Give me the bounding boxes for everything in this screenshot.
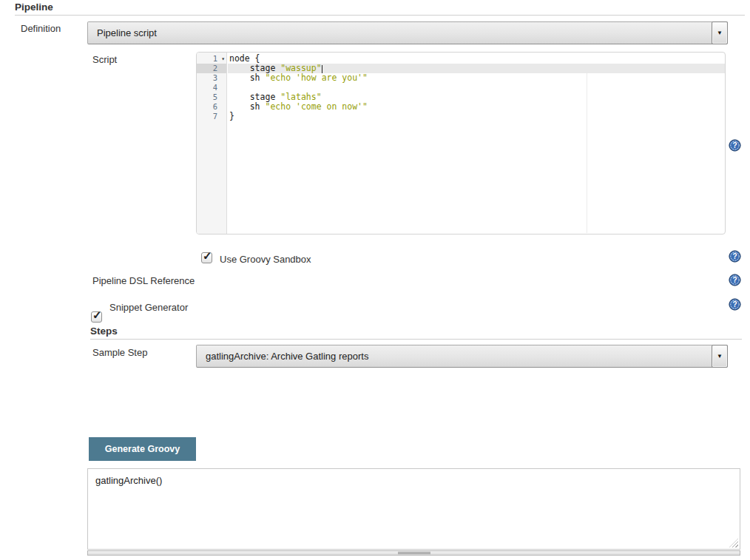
sample-step-label: Sample Step [92, 347, 147, 358]
section-divider [15, 15, 745, 16]
use-groovy-sandbox-checkbox[interactable]: ✓ [201, 252, 212, 263]
help-icon[interactable]: ? [729, 139, 741, 152]
generated-groovy-text: gatlingArchive() [95, 475, 162, 486]
code-string-token: "wassup" [280, 63, 321, 73]
script-label: Script [92, 54, 117, 65]
sample-step-select-arrow-button[interactable]: ▼ [712, 345, 728, 368]
definition-select-value: Pipeline script [88, 22, 727, 44]
editor-gutter: 1▾234567 [197, 53, 227, 234]
script-code-editor[interactable]: 1▾234567 node { stage "wassup" sh "echo … [196, 52, 726, 235]
code-token: sh [229, 101, 265, 112]
section-divider [90, 339, 742, 340]
fold-arrow-icon[interactable]: ▾ [221, 54, 225, 64]
svg-text:?: ? [732, 300, 737, 308]
line-number: 1▾ [197, 54, 226, 64]
code-string-token: "latahs" [280, 92, 321, 102]
code-line[interactable]: sh "echo 'come on now'" [228, 102, 725, 112]
check-icon: ✓ [92, 308, 102, 322]
generate-groovy-button[interactable]: Generate Groovy [89, 437, 196, 461]
help-icon[interactable]: ? [729, 298, 741, 311]
line-number: 3 [197, 73, 226, 83]
help-icon[interactable]: ? [729, 274, 741, 286]
definition-select-arrow-button[interactable]: ▼ [712, 21, 728, 44]
drag-handle-grip-icon [398, 552, 430, 554]
textarea-resize-grip[interactable] [729, 539, 738, 547]
code-string-token: "echo 'how are you'" [265, 72, 367, 83]
pipeline-section-title: Pipeline [15, 1, 53, 13]
svg-text:?: ? [732, 276, 737, 284]
check-icon: ✓ [203, 249, 212, 263]
line-number: 6 [197, 102, 226, 112]
code-string-token: "echo 'come on now'" [265, 101, 367, 112]
svg-text:?: ? [732, 141, 737, 149]
code-token: sh [229, 72, 265, 83]
line-number: 2 [197, 64, 226, 73]
snippet-generator-label: Snippet Generator [109, 302, 188, 313]
line-number: 7 [197, 112, 226, 121]
help-icon[interactable]: ? [729, 250, 741, 263]
chevron-down-icon: ▼ [717, 30, 723, 36]
definition-label: Definition [21, 23, 61, 34]
code-token: node { [229, 53, 260, 64]
line-number: 4 [197, 83, 226, 92]
sample-step-select-value: gatlingArchive: Archive Gatling reports [197, 345, 727, 367]
code-token: stage [229, 92, 280, 102]
textarea-drag-resize-handle[interactable] [87, 550, 740, 556]
editor-code-area[interactable]: node { stage "wassup" sh "echo 'how are … [228, 53, 725, 234]
generated-groovy-textarea[interactable]: gatlingArchive() [87, 468, 740, 550]
editor-ruler-line [587, 73, 587, 233]
pipeline-config-page: Pipeline Definition Pipeline script ▼ Sc… [0, 0, 750, 560]
code-token: stage [229, 63, 280, 73]
use-groovy-sandbox-label: Use Groovy Sandbox [220, 254, 311, 265]
code-line[interactable]: } [228, 112, 725, 121]
sample-step-select[interactable]: gatlingArchive: Archive Gatling reports … [196, 345, 728, 368]
steps-section-title: Steps [90, 325, 118, 337]
code-line[interactable]: sh "echo 'how are you'" [228, 73, 725, 83]
snippet-generator-checkbox[interactable]: ✓ [91, 311, 102, 323]
svg-text:?: ? [732, 252, 737, 260]
chevron-down-icon: ▼ [717, 354, 723, 360]
definition-select[interactable]: Pipeline script ▼ [87, 21, 728, 44]
pipeline-dsl-reference-label: Pipeline DSL Reference [92, 275, 195, 286]
code-token: } [229, 111, 234, 121]
line-number: 5 [197, 92, 226, 102]
